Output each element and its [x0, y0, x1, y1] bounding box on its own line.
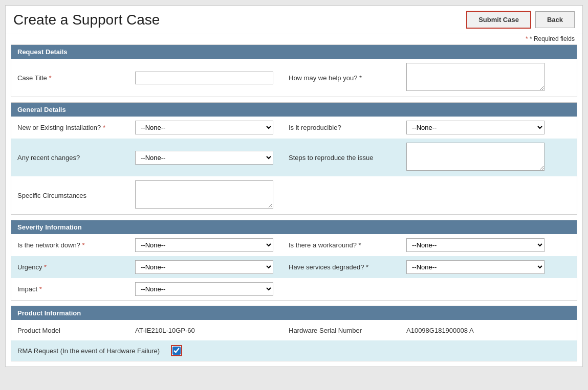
rma-checkbox-wrapper	[171, 345, 191, 356]
network-down-label: Is the network down? *	[17, 241, 135, 249]
request-details-section: Request Details Case Title * How may we …	[11, 44, 577, 97]
case-title-input-wrapper	[135, 72, 273, 84]
case-title-row: Case Title * How may we help you? *	[11, 59, 577, 97]
hardware-serial-value: A10098G181900008 A	[406, 327, 474, 334]
reproducible-label: Is it reproducible?	[289, 124, 406, 131]
recent-changes-label: Any recent changes?	[17, 154, 135, 162]
services-degraded-label: Have services degraded? *	[289, 263, 406, 271]
workaround-label: Is there a workaround? *	[289, 241, 406, 249]
hardware-serial-label: Hardware Serial Number	[289, 327, 406, 334]
steps-textarea[interactable]	[406, 143, 545, 171]
circumstances-input-wrapper	[135, 180, 273, 210]
page-title: Create a Support Case	[13, 12, 160, 28]
network-down-input-wrapper: --None--	[135, 238, 273, 252]
impact-label: Impact *	[17, 285, 135, 293]
rma-checkbox[interactable]	[172, 346, 181, 355]
header-buttons: Submit Case Back	[466, 11, 575, 29]
submit-case-button[interactable]: Submit Case	[466, 11, 531, 29]
back-button[interactable]: Back	[535, 11, 575, 28]
product-info-header: Product Information	[11, 306, 577, 320]
circumstances-textarea[interactable]	[135, 180, 273, 209]
workaround-input-wrapper: --None--	[406, 238, 545, 252]
case-title-label: Case Title *	[17, 74, 135, 82]
request-details-header: Request Details	[11, 45, 577, 59]
network-down-row: Is the network down? * --None-- Is there…	[11, 234, 577, 256]
recent-changes-row: Any recent changes? --None-- Steps to re…	[11, 139, 577, 176]
how-help-input-wrapper	[406, 63, 545, 93]
urgency-input-wrapper: --None--	[135, 260, 273, 274]
new-existing-label: New or Existing Installation? *	[17, 124, 135, 131]
general-details-header: General Details	[11, 103, 577, 117]
impact-input-wrapper: --None--	[135, 282, 273, 296]
rma-row: RMA Request (In the event of Hardware Fa…	[11, 340, 577, 361]
new-existing-row: New or Existing Installation? * --None--…	[11, 117, 577, 139]
rma-label: RMA Request (In the event of Hardware Fa…	[17, 347, 171, 355]
rma-checkbox-border	[171, 345, 182, 356]
page-header: Create a Support Case Submit Case Back	[6, 6, 582, 34]
services-degraded-select[interactable]: --None--	[406, 260, 545, 274]
hardware-serial-value-wrapper: A10098G181900008 A	[406, 327, 545, 334]
case-title-input[interactable]	[135, 72, 273, 84]
recent-changes-select[interactable]: --None--	[135, 151, 273, 165]
how-help-label: How may we help you? *	[289, 74, 406, 82]
urgency-select[interactable]: --None--	[135, 260, 273, 274]
urgency-label: Urgency *	[17, 263, 135, 271]
how-help-textarea[interactable]	[406, 63, 545, 91]
impact-row: Impact * --None--	[11, 278, 577, 300]
severity-header: Severity Information	[11, 220, 577, 234]
circumstances-row: Specific Circumstances	[11, 176, 577, 214]
product-model-label: Product Model	[17, 327, 135, 334]
steps-input-wrapper	[406, 143, 545, 172]
reproducible-input-wrapper: --None--	[406, 121, 545, 134]
general-details-section: General Details New or Existing Installa…	[11, 102, 577, 215]
services-degraded-input-wrapper: --None--	[406, 260, 545, 274]
network-down-select[interactable]: --None--	[135, 238, 273, 252]
urgency-row: Urgency * --None-- Have services degrade…	[11, 256, 577, 278]
required-asterisk: *	[526, 35, 528, 42]
how-help-required: *	[359, 74, 362, 82]
new-existing-select[interactable]: --None--	[135, 121, 273, 134]
reproducible-select[interactable]: --None--	[406, 121, 545, 134]
case-title-required: *	[49, 74, 51, 82]
workaround-select[interactable]: --None--	[406, 238, 545, 252]
product-model-row: Product Model AT-IE210L-10GP-60 Hardware…	[11, 320, 577, 340]
product-info-section: Product Information Product Model AT-IE2…	[11, 306, 577, 361]
product-model-value: AT-IE210L-10GP-60	[135, 327, 195, 334]
new-existing-input-wrapper: --None--	[135, 121, 273, 134]
steps-label: Steps to reproduce the issue	[289, 154, 406, 162]
circumstances-label: Specific Circumstances	[17, 192, 135, 199]
impact-select[interactable]: --None--	[135, 282, 273, 296]
recent-changes-input-wrapper: --None--	[135, 151, 273, 165]
product-model-value-wrapper: AT-IE210L-10GP-60	[135, 327, 273, 334]
severity-section: Severity Information Is the network down…	[11, 220, 577, 301]
required-note: * * Required fields	[6, 34, 582, 44]
